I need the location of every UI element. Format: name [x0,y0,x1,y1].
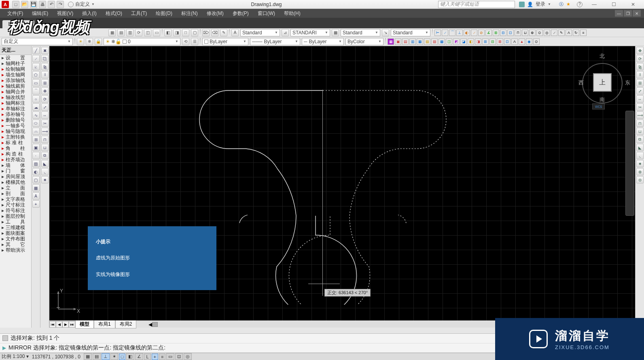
tz-icon[interactable]: ⊞ [482,38,489,45]
table-icon[interactable]: ▦ [32,184,40,192]
status-scale[interactable]: 比例 1:100 ▾ [2,353,29,360]
sidebar-item[interactable]: ▸删除轴号 [0,117,31,123]
last-tab-icon[interactable]: ⏭ [69,321,75,328]
scroll-left-icon[interactable]: ◀ [148,322,152,327]
sidebar-item[interactable]: ▸帮助演示 [0,247,31,253]
tz-icon[interactable]: ▦ [417,38,423,45]
rt-icon[interactable]: ⟶ [636,112,644,119]
otrack-toggle[interactable]: ∠ [135,353,143,360]
dim-upd-icon[interactable]: ↻ [573,29,579,36]
mleader-icon[interactable]: ↘ [382,29,389,36]
sidebar-item[interactable]: ▸标 准 柱 [0,140,31,145]
sidebar-item[interactable]: ▸三维建模 [0,225,31,230]
lwt-toggle[interactable]: ≡ [159,354,165,360]
dim-cont-icon[interactable]: ⊟ [500,29,506,36]
tz-icon[interactable]: ▩ [439,38,445,45]
revcloud-icon[interactable]: ☁ [32,103,40,111]
scroll-thumb[interactable] [152,322,158,327]
menu-insert[interactable]: 插入(I) [78,9,100,18]
dim-dia-icon[interactable]: ⊘ [478,29,485,36]
ortho-toggle[interactable]: ⊥ [102,353,110,360]
rt-icon[interactable]: ✥ [636,47,644,54]
workspace-combo[interactable]: 自定义▼ [2,38,73,45]
qat-redo-icon[interactable]: ↷ [57,1,64,8]
sidebar-item[interactable]: ▸添加轴线 [0,78,31,83]
qat-undo-icon[interactable]: ↶ [48,1,55,8]
tz-icon[interactable]: A [511,38,518,45]
sidebar-item[interactable]: ▸图层控制 [0,213,31,219]
panel-header[interactable]: 天正... [0,46,31,55]
menu-modify[interactable]: 修改(M) [203,9,228,18]
dim-space-icon[interactable]: ⊓ [515,29,521,36]
sidebar-item[interactable]: ▸轴号隐现 [0,128,31,134]
first-tab-icon[interactable]: ⏮ [49,321,56,328]
dim-reatt-icon[interactable]: ≡ [580,29,587,36]
rotate-icon[interactable]: ⟳ [41,95,49,103]
dim-edit-icon[interactable]: ✎ [558,29,565,36]
menu-dim[interactable]: 标注(N) [177,9,202,18]
sidebar-item[interactable]: ▸其 它 [0,242,31,247]
snap-toggle[interactable]: ▦ [84,353,92,360]
rt-icon[interactable]: ⊔ [636,128,644,135]
scale-icon[interactable]: ⤢ [41,103,49,111]
tb-btn[interactable]: ◨ [173,29,180,36]
qat-save-icon[interactable]: 💾 [30,1,37,8]
rt-icon[interactable]: ⟳ [636,55,644,62]
region-icon[interactable]: ▢ [32,176,40,183]
sidebar-item[interactable]: ▸一轴多号 [0,123,31,128]
menu-file[interactable]: 文件(F) [3,9,27,18]
sidebar-item[interactable]: ▸轴网合并 [0,89,31,95]
tb-btn[interactable]: ▤ [117,29,125,36]
layer-lock-icon[interactable]: 🔒 [95,38,102,45]
trim-icon[interactable]: ✂ [41,120,49,127]
tb-btn[interactable]: ◧ [164,29,172,36]
sidebar-item[interactable]: ▸轴网柱子 [0,61,31,66]
tb-btn[interactable]: ▦ [108,29,116,36]
mirror-icon[interactable]: ⧎ [41,63,49,70]
doc-tab[interactable]: Drawing1 [2,20,34,28]
sidebar-item[interactable]: ▸符号标注 [0,208,31,213]
lineweight-combo[interactable]: ─ByLayer▼ [302,38,344,45]
mleader-style-combo[interactable]: Standard▼ [391,29,430,36]
sidebar-item[interactable]: ▸文字表格 [0,196,31,202]
layout-tab-2[interactable]: 布局2 [115,320,137,328]
tz-icon[interactable]: ◫ [446,38,452,45]
rt-icon[interactable]: ⧉ [636,136,644,143]
dim-break-icon[interactable]: ⊔ [522,29,528,36]
spline-icon[interactable]: ∿ [32,112,40,119]
sidebar-item[interactable]: ▸文件布图 [0,236,31,242]
dim-aligned-icon[interactable]: ⟋ [442,29,448,36]
tablestyle-icon[interactable]: ▦ [332,29,339,36]
mdi-close[interactable]: ✕ [633,10,641,17]
rt-icon[interactable]: ↔ [636,95,644,103]
maximize-button[interactable]: ☐ [604,0,623,8]
text-style-combo[interactable]: Standard▼ [240,29,280,36]
dim-tol-icon[interactable]: ⊕ [529,29,536,36]
minimize-button[interactable]: ― [585,0,604,8]
dim-style-combo[interactable]: STANDARI▼ [290,29,330,36]
sidebar-item[interactable]: ▸房间屋顶 [0,174,31,179]
copy-icon[interactable]: ⿻ [41,55,49,62]
tb-btn[interactable]: ⌫ [211,29,218,36]
tz-icon[interactable]: ▧ [424,38,430,45]
layer-prev-icon[interactable]: ⟲ [182,38,189,45]
sidebar-item[interactable]: ▸构 造 柱 [0,151,31,157]
tb-btn[interactable]: ✎ [220,29,227,36]
viewcube-top[interactable]: 上 [593,73,612,92]
dim-ord-icon[interactable]: ⊥ [456,29,463,36]
search-input[interactable]: 键入关键字或短语 [438,1,515,8]
polygon-icon[interactable]: ⬠ [32,71,40,78]
tb-btn[interactable]: □ [182,29,189,36]
stretch-icon[interactable]: ↔ [41,112,49,119]
tz-icon[interactable]: ◨ [475,38,481,45]
sidebar-item[interactable]: ▸柱齐墙边 [0,157,31,162]
join-icon[interactable]: ⧉ [41,152,49,159]
menu-tools[interactable]: 工具(T) [127,9,151,18]
layer-icon[interactable]: ☀ [77,38,84,45]
rt-icon[interactable]: ⤢ [636,87,644,95]
layer-freeze-icon[interactable]: ❄ [86,38,93,45]
rt-icon[interactable]: ⧎ [636,63,644,70]
rt-icon[interactable]: ⊖ [636,176,644,183]
plotstyle-combo[interactable]: ByColor▼ [345,38,383,45]
move-icon[interactable]: ✥ [41,87,49,95]
